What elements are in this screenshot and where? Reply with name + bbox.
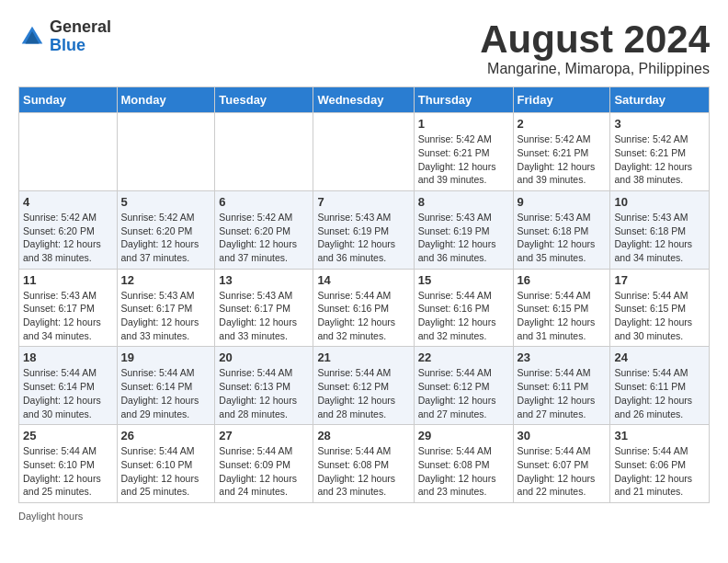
calendar-week-row: 11Sunrise: 5:43 AM Sunset: 6:17 PM Dayli… xyxy=(19,269,710,347)
calendar-cell: 12Sunrise: 5:43 AM Sunset: 6:17 PM Dayli… xyxy=(117,269,215,347)
calendar-cell: 18Sunrise: 5:44 AM Sunset: 6:14 PM Dayli… xyxy=(19,347,118,425)
calendar-cell xyxy=(117,113,215,191)
day-info: Sunrise: 5:43 AM Sunset: 6:17 PM Dayligh… xyxy=(121,289,211,343)
day-info: Sunrise: 5:44 AM Sunset: 6:10 PM Dayligh… xyxy=(23,444,113,499)
daylight-label: Daylight hours xyxy=(18,511,83,522)
day-info: Sunrise: 5:44 AM Sunset: 6:11 PM Dayligh… xyxy=(614,366,705,420)
footer: Daylight hours xyxy=(18,511,710,522)
calendar-cell: 14Sunrise: 5:44 AM Sunset: 6:16 PM Dayli… xyxy=(313,269,414,347)
day-number: 19 xyxy=(121,350,211,364)
day-info: Sunrise: 5:44 AM Sunset: 6:16 PM Dayligh… xyxy=(418,289,509,343)
logo-general-text: General xyxy=(50,18,111,37)
day-info: Sunrise: 5:42 AM Sunset: 6:21 PM Dayligh… xyxy=(418,132,509,187)
day-number: 21 xyxy=(317,350,409,364)
day-number: 9 xyxy=(518,195,607,209)
logo-text: General Blue xyxy=(50,18,111,55)
day-number: 10 xyxy=(614,195,705,209)
calendar-cell: 28Sunrise: 5:44 AM Sunset: 6:08 PM Dayli… xyxy=(313,425,414,503)
month-title: August 2024 xyxy=(480,18,710,61)
day-header-sunday: Sunday xyxy=(19,87,118,113)
day-info: Sunrise: 5:43 AM Sunset: 6:19 PM Dayligh… xyxy=(317,211,409,265)
calendar-week-row: 18Sunrise: 5:44 AM Sunset: 6:14 PM Dayli… xyxy=(19,347,710,425)
calendar-cell: 22Sunrise: 5:44 AM Sunset: 6:12 PM Dayli… xyxy=(414,347,513,425)
calendar-cell: 10Sunrise: 5:43 AM Sunset: 6:18 PM Dayli… xyxy=(610,190,710,269)
day-number: 13 xyxy=(219,273,309,287)
day-info: Sunrise: 5:44 AM Sunset: 6:11 PM Dayligh… xyxy=(518,366,607,420)
day-info: Sunrise: 5:44 AM Sunset: 6:14 PM Dayligh… xyxy=(23,366,113,420)
day-header-tuesday: Tuesday xyxy=(215,87,313,113)
day-number: 17 xyxy=(614,273,705,287)
day-info: Sunrise: 5:44 AM Sunset: 6:14 PM Dayligh… xyxy=(121,366,211,420)
calendar-cell: 5Sunrise: 5:42 AM Sunset: 6:20 PM Daylig… xyxy=(117,190,215,269)
calendar-cell: 2Sunrise: 5:42 AM Sunset: 6:21 PM Daylig… xyxy=(513,113,610,191)
day-info: Sunrise: 5:44 AM Sunset: 6:12 PM Dayligh… xyxy=(317,366,409,420)
day-number: 14 xyxy=(317,273,409,287)
title-block: August 2024 Mangarine, Mimaropa, Philipp… xyxy=(480,18,710,77)
calendar-cell xyxy=(313,113,414,191)
day-number: 29 xyxy=(418,429,509,442)
day-number: 28 xyxy=(317,429,409,442)
day-info: Sunrise: 5:42 AM Sunset: 6:20 PM Dayligh… xyxy=(23,211,113,265)
day-header-wednesday: Wednesday xyxy=(313,87,414,113)
day-number: 1 xyxy=(418,117,509,131)
calendar-week-row: 4Sunrise: 5:42 AM Sunset: 6:20 PM Daylig… xyxy=(19,190,710,269)
day-header-monday: Monday xyxy=(117,87,215,113)
calendar-cell: 1Sunrise: 5:42 AM Sunset: 6:21 PM Daylig… xyxy=(414,113,513,191)
day-number: 12 xyxy=(121,273,211,287)
day-number: 26 xyxy=(121,429,211,442)
day-number: 22 xyxy=(418,350,509,364)
day-number: 8 xyxy=(418,195,509,209)
day-info: Sunrise: 5:44 AM Sunset: 6:08 PM Dayligh… xyxy=(317,444,409,499)
day-info: Sunrise: 5:44 AM Sunset: 6:13 PM Dayligh… xyxy=(219,366,309,420)
calendar-cell: 20Sunrise: 5:44 AM Sunset: 6:13 PM Dayli… xyxy=(215,347,313,425)
calendar-cell: 25Sunrise: 5:44 AM Sunset: 6:10 PM Dayli… xyxy=(19,425,118,503)
calendar-week-row: 1Sunrise: 5:42 AM Sunset: 6:21 PM Daylig… xyxy=(19,113,710,191)
day-number: 2 xyxy=(518,117,607,131)
calendar-cell xyxy=(19,113,118,191)
calendar-cell: 21Sunrise: 5:44 AM Sunset: 6:12 PM Dayli… xyxy=(313,347,414,425)
calendar-cell: 30Sunrise: 5:44 AM Sunset: 6:07 PM Dayli… xyxy=(513,425,610,503)
calendar-cell: 3Sunrise: 5:42 AM Sunset: 6:21 PM Daylig… xyxy=(610,113,710,191)
day-info: Sunrise: 5:44 AM Sunset: 6:06 PM Dayligh… xyxy=(614,444,705,499)
day-info: Sunrise: 5:42 AM Sunset: 6:21 PM Dayligh… xyxy=(614,132,705,187)
day-info: Sunrise: 5:44 AM Sunset: 6:15 PM Dayligh… xyxy=(518,289,607,343)
calendar-cell: 9Sunrise: 5:43 AM Sunset: 6:18 PM Daylig… xyxy=(513,190,610,269)
calendar-cell: 23Sunrise: 5:44 AM Sunset: 6:11 PM Dayli… xyxy=(513,347,610,425)
calendar-week-row: 25Sunrise: 5:44 AM Sunset: 6:10 PM Dayli… xyxy=(19,425,710,503)
day-info: Sunrise: 5:44 AM Sunset: 6:15 PM Dayligh… xyxy=(614,289,705,343)
calendar-cell: 29Sunrise: 5:44 AM Sunset: 6:08 PM Dayli… xyxy=(414,425,513,503)
day-header-thursday: Thursday xyxy=(414,87,513,113)
calendar-cell xyxy=(215,113,313,191)
day-number: 3 xyxy=(614,117,705,131)
day-info: Sunrise: 5:42 AM Sunset: 6:20 PM Dayligh… xyxy=(121,211,211,265)
day-info: Sunrise: 5:44 AM Sunset: 6:07 PM Dayligh… xyxy=(518,444,607,499)
day-info: Sunrise: 5:43 AM Sunset: 6:17 PM Dayligh… xyxy=(219,289,309,343)
day-info: Sunrise: 5:43 AM Sunset: 6:18 PM Dayligh… xyxy=(518,211,607,265)
day-number: 7 xyxy=(317,195,409,209)
day-info: Sunrise: 5:43 AM Sunset: 6:18 PM Dayligh… xyxy=(614,211,705,265)
day-number: 6 xyxy=(219,195,309,209)
day-header-saturday: Saturday xyxy=(610,87,710,113)
calendar-cell: 26Sunrise: 5:44 AM Sunset: 6:10 PM Dayli… xyxy=(117,425,215,503)
calendar-table: SundayMondayTuesdayWednesdayThursdayFrid… xyxy=(18,86,710,503)
day-number: 11 xyxy=(23,273,113,287)
calendar-cell: 8Sunrise: 5:43 AM Sunset: 6:19 PM Daylig… xyxy=(414,190,513,269)
day-info: Sunrise: 5:43 AM Sunset: 6:17 PM Dayligh… xyxy=(23,289,113,343)
day-info: Sunrise: 5:42 AM Sunset: 6:20 PM Dayligh… xyxy=(219,211,309,265)
calendar-cell: 6Sunrise: 5:42 AM Sunset: 6:20 PM Daylig… xyxy=(215,190,313,269)
calendar-cell: 7Sunrise: 5:43 AM Sunset: 6:19 PM Daylig… xyxy=(313,190,414,269)
calendar-cell: 16Sunrise: 5:44 AM Sunset: 6:15 PM Dayli… xyxy=(513,269,610,347)
day-number: 31 xyxy=(614,429,705,442)
calendar-cell: 13Sunrise: 5:43 AM Sunset: 6:17 PM Dayli… xyxy=(215,269,313,347)
calendar-cell: 17Sunrise: 5:44 AM Sunset: 6:15 PM Dayli… xyxy=(610,269,710,347)
logo-icon xyxy=(18,23,46,51)
calendar-cell: 24Sunrise: 5:44 AM Sunset: 6:11 PM Dayli… xyxy=(610,347,710,425)
day-number: 18 xyxy=(23,350,113,364)
day-info: Sunrise: 5:44 AM Sunset: 6:12 PM Dayligh… xyxy=(418,366,509,420)
day-number: 27 xyxy=(219,429,309,442)
day-number: 20 xyxy=(219,350,309,364)
day-header-friday: Friday xyxy=(513,87,610,113)
day-info: Sunrise: 5:44 AM Sunset: 6:09 PM Dayligh… xyxy=(219,444,309,499)
logo-blue-text: Blue xyxy=(50,37,111,55)
day-number: 24 xyxy=(614,350,705,364)
